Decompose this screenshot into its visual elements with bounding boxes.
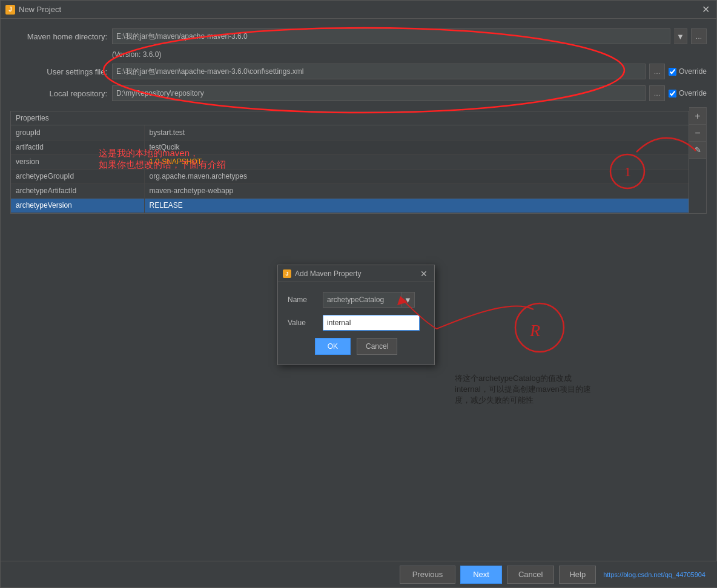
edit-property-button[interactable]: ✎	[689, 142, 706, 159]
prop-name-archetypeversion: archetypeVersion	[11, 198, 144, 213]
maven-home-row: Maven home directory: ▼ …	[10, 28, 707, 44]
dialog-name-dropdown[interactable]: ▼	[401, 292, 415, 308]
maven-home-input-container: ▼ …	[112, 28, 707, 44]
help-button[interactable]: Help	[559, 566, 596, 584]
local-repo-row: Local repository: … Override	[10, 85, 707, 101]
properties-side-buttons: + − ✎	[689, 107, 707, 214]
svg-point-3	[515, 303, 564, 352]
dialog-buttons: OK Cancel	[288, 338, 425, 355]
prop-value-archetypeversion: RELEASE	[144, 198, 689, 213]
table-row-selected[interactable]: archetypeVersion RELEASE	[11, 198, 689, 213]
title-bar: J New Project ✕	[1, 1, 716, 19]
table-row[interactable]: archetypeArtifactId maven-archetype-weba…	[11, 183, 689, 198]
prop-value-archetypeartifactid: maven-archetype-webapp	[144, 183, 689, 198]
prop-name-groupid: groupId	[11, 125, 144, 140]
version-note: (Version: 3.6.0)	[112, 50, 707, 59]
dialog-cancel-button[interactable]: Cancel	[357, 338, 397, 355]
dialog-icon: J	[283, 269, 291, 278]
dialog-name-row: Name ▼	[288, 292, 425, 308]
remove-property-button[interactable]: −	[689, 125, 706, 142]
user-settings-override[interactable]: Override	[669, 67, 707, 76]
prop-value-version: 1.0-SNAPSHOT	[144, 154, 689, 169]
prop-value-artifactid: testQucik	[144, 140, 689, 154]
dialog-name-input[interactable]	[323, 292, 401, 308]
svg-text:R: R	[529, 321, 540, 340]
properties-header: Properties	[11, 111, 689, 125]
dialog-body: Name ▼ Value OK Cancel	[278, 282, 434, 365]
table-row[interactable]: version 1.0-SNAPSHOT	[11, 154, 689, 169]
local-repo-input-container: … Override	[112, 85, 707, 101]
table-row[interactable]: archetypeGroupId org.apache.maven.archet…	[11, 169, 689, 183]
properties-table: groupId bystart.test artifactId testQuci…	[11, 125, 689, 213]
dialog-value-input[interactable]	[323, 315, 420, 331]
local-repo-browse[interactable]: …	[649, 85, 665, 101]
prop-value-archetypegroupid: org.apache.maven.archetypes	[144, 169, 689, 183]
maven-home-dropdown[interactable]: ▼	[674, 28, 687, 44]
cancel-button[interactable]: Cancel	[507, 566, 554, 584]
local-repo-override[interactable]: Override	[669, 89, 707, 97]
dialog-title-left: J Add Maven Property	[283, 269, 361, 278]
prop-name-archetypeartifactid: archetypeArtifactId	[11, 183, 144, 198]
dialog-value-label: Value	[288, 319, 318, 327]
local-repo-input[interactable]	[112, 85, 646, 101]
table-row[interactable]: groupId bystart.test	[11, 125, 689, 140]
prop-name-archetypegroupid: archetypeGroupId	[11, 169, 144, 183]
user-settings-input[interactable]	[112, 64, 646, 79]
prop-name-version: version	[11, 154, 144, 169]
bottom-bar: Previous Next Cancel Help https://blog.c…	[1, 561, 717, 587]
add-maven-property-dialog: J Add Maven Property ✕ Name ▼ Value	[277, 265, 435, 365]
table-row[interactable]: artifactId testQucik	[11, 140, 689, 154]
close-button[interactable]: ✕	[699, 4, 712, 16]
dialog-value-row: Value	[288, 315, 425, 331]
dialog-name-input-container: ▼	[323, 292, 415, 308]
user-settings-label: User settings file:	[10, 67, 107, 76]
prop-name-artifactid: artifactId	[11, 140, 144, 154]
dialog-ok-button[interactable]: OK	[315, 338, 351, 355]
previous-button[interactable]: Previous	[400, 566, 456, 584]
dialog-title-text: Add Maven Property	[295, 269, 361, 278]
user-settings-input-container: … Override	[112, 64, 707, 79]
main-window: J New Project ✕ Maven home directory: ▼ …	[0, 0, 717, 588]
maven-home-input[interactable]	[112, 28, 670, 44]
maven-home-label: Maven home directory:	[10, 32, 107, 41]
dialog-close-button[interactable]: ✕	[418, 268, 429, 279]
user-settings-row: User settings file: … Override	[10, 64, 707, 79]
maven-home-browse[interactable]: …	[691, 28, 707, 44]
dialog-name-label: Name	[288, 296, 318, 304]
title-bar-left: J New Project	[5, 5, 61, 15]
dialog-title-bar: J Add Maven Property ✕	[278, 265, 434, 282]
next-button[interactable]: Next	[460, 566, 502, 584]
prop-value-groupid: bystart.test	[144, 125, 689, 140]
window-title: New Project	[19, 5, 61, 14]
content-area: Maven home directory: ▼ … (Version: 3.6.…	[1, 19, 716, 214]
add-property-button[interactable]: +	[689, 108, 706, 125]
annotation-text-2: 将这个archetypeCatalog的值改成 internal，可以提高创建m…	[455, 373, 591, 406]
window-icon: J	[5, 5, 15, 15]
user-settings-browse[interactable]: …	[649, 64, 665, 79]
local-repo-label: Local repository:	[10, 89, 107, 98]
properties-section: Properties groupId bystart.test artifact…	[10, 111, 689, 214]
csdn-link[interactable]: https://blog.csdn.net/qq_44705904	[603, 571, 710, 578]
properties-wrapper: Properties groupId bystart.test artifact…	[10, 107, 707, 214]
